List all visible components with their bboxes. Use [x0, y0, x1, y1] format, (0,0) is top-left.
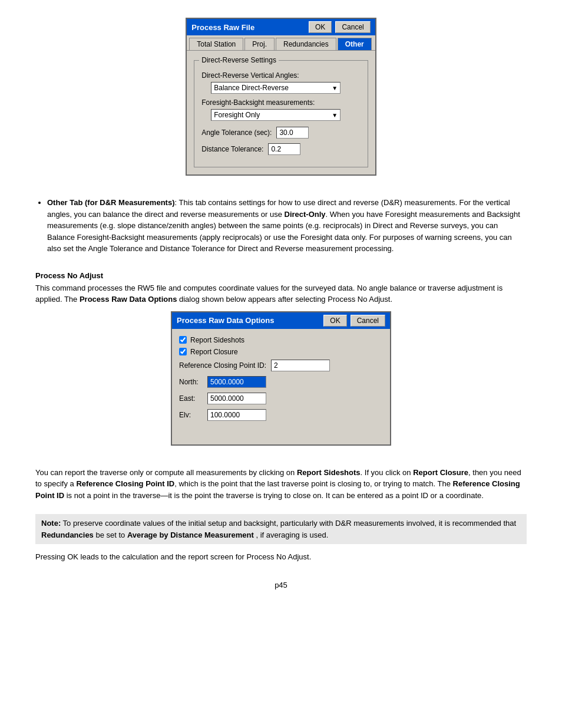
tab-total-station[interactable]: Total Station [189, 38, 243, 50]
note-bold2: Average by Distance Measurement [127, 531, 254, 539]
para-bold3: Reference Closing Point ID [76, 479, 174, 488]
vertical-angles-label: Direct-Reverse Vertical Angles: [201, 71, 360, 80]
angle-tolerance-input[interactable] [276, 127, 309, 139]
dialog-content-1: Direct-Reverse Settings Direct-Reverse V… [187, 51, 375, 174]
note-text2: be set to [94, 531, 127, 539]
dialog-content-2: Report Sideshots Report Closure Referenc… [172, 329, 390, 444]
north-input[interactable] [207, 376, 266, 388]
east-input[interactable] [207, 393, 266, 404]
note-box: Note: To preserve coordinate values of t… [35, 514, 527, 544]
elv-row: Elv: [179, 409, 383, 421]
report-closure-checkbox[interactable] [179, 348, 187, 355]
dialog-tabs-1: Total Station Proj. Redundancies Other [187, 35, 375, 51]
direct-reverse-group: Direct-Reverse Settings Direct-Reverse V… [194, 60, 368, 167]
elv-input[interactable] [207, 409, 266, 421]
distance-tolerance-label: Distance Tolerance: [201, 145, 263, 153]
para-text4: , which is the point that the last trave… [174, 479, 452, 488]
note-text1: To preserve coordinate values of the ini… [61, 519, 516, 528]
note-text3: , if averaging is used. [254, 531, 328, 539]
east-row: East: [179, 393, 383, 404]
ref-closing-input[interactable] [271, 360, 330, 371]
report-closure-label: Report Closure [190, 348, 238, 356]
paragraph-1: You can report the traverse only or comp… [35, 467, 527, 502]
page-number: p45 [35, 581, 527, 589]
dialog-titlebar-1: Process Raw File OK Cancel [187, 19, 375, 35]
angle-tolerance-row: Angle Tolerance (sec): [201, 127, 360, 139]
bullet-bold1: Direct-Only [285, 210, 326, 219]
distance-tolerance-row: Distance Tolerance: [201, 143, 360, 155]
report-sideshots-label: Report Sideshots [190, 336, 244, 344]
section-heading: Process No Adjust [35, 271, 103, 280]
para-bold2: Report Closure [413, 468, 468, 477]
page-wrapper: Process Raw File OK Cancel Total Station… [35, 18, 527, 589]
final-paragraph: Pressing OK leads to the calculation and… [35, 551, 311, 563]
ok-button-2[interactable]: OK [323, 315, 346, 327]
section-bold1: Process Raw Data Options [80, 295, 177, 304]
north-row: North: [179, 376, 383, 388]
note-label: Note: [41, 519, 61, 528]
para-bold1: Report Sideshots [297, 468, 361, 477]
dialog-center-2: Process Raw Data Options OK Cancel Repor… [35, 311, 527, 457]
distance-tolerance-input[interactable] [268, 143, 300, 155]
north-label: North: [179, 378, 203, 386]
dialog-title-1: Process Raw File [191, 23, 254, 32]
tab-other[interactable]: Other [338, 38, 372, 50]
bullet-item-1: Other Tab (for D&R Measurements): This t… [47, 197, 527, 255]
dialog-title-buttons-2: OK Cancel [323, 315, 385, 327]
balance-dropdown[interactable]: Balance Direct-Reverse ▼ [211, 82, 340, 94]
para-text2: . If you click on [361, 468, 414, 477]
note-bold1: Redundancies [41, 531, 94, 539]
section-text2: dialog shown below appears after selecti… [177, 295, 392, 304]
report-sideshots-checkbox[interactable] [179, 336, 187, 344]
para-text5: is not a point in the traverse—it is the… [64, 491, 484, 500]
dropdown2-arrow-icon: ▼ [332, 112, 338, 118]
cancel-button-1[interactable]: Cancel [335, 21, 370, 33]
tab-redundancies[interactable]: Redundancies [276, 38, 336, 50]
section-text: This command processes the RW5 file and … [35, 282, 527, 305]
para-text1: You can report the traverse only or comp… [35, 468, 297, 477]
ok-button-1[interactable]: OK [309, 21, 332, 33]
angle-tolerance-label: Angle Tolerance (sec): [201, 129, 272, 137]
dialog-title-buttons-1: OK Cancel [309, 21, 371, 33]
elv-label: Elv: [179, 411, 203, 419]
group-box-title: Direct-Reverse Settings [199, 56, 279, 64]
dropdown1-arrow-icon: ▼ [332, 85, 338, 91]
dialog-center-1: Process Raw File OK Cancel Total Station… [35, 18, 527, 187]
foresight-dropdown[interactable]: Foresight Only ▼ [211, 109, 340, 121]
ref-closing-label: Reference Closing Point ID: [179, 361, 266, 370]
report-sideshots-row: Report Sideshots [179, 336, 383, 344]
process-raw-file-dialog: Process Raw File OK Cancel Total Station… [186, 18, 376, 176]
bullet-heading: Other Tab (for D&R Measurements) [47, 198, 174, 207]
east-label: East: [179, 394, 203, 403]
ref-closing-row: Reference Closing Point ID: [179, 360, 383, 371]
process-raw-data-dialog: Process Raw Data Options OK Cancel Repor… [171, 311, 391, 446]
dialog-title-2: Process Raw Data Options [177, 316, 274, 325]
foresight-label: Foresight-Backsight measurements: [201, 98, 360, 107]
bullet-list: Other Tab (for D&R Measurements): This t… [47, 197, 527, 259]
tab-proj[interactable]: Proj. [244, 38, 275, 50]
dialog-titlebar-2: Process Raw Data Options OK Cancel [172, 312, 390, 329]
report-closure-row: Report Closure [179, 348, 383, 356]
cancel-button-2[interactable]: Cancel [351, 315, 385, 327]
